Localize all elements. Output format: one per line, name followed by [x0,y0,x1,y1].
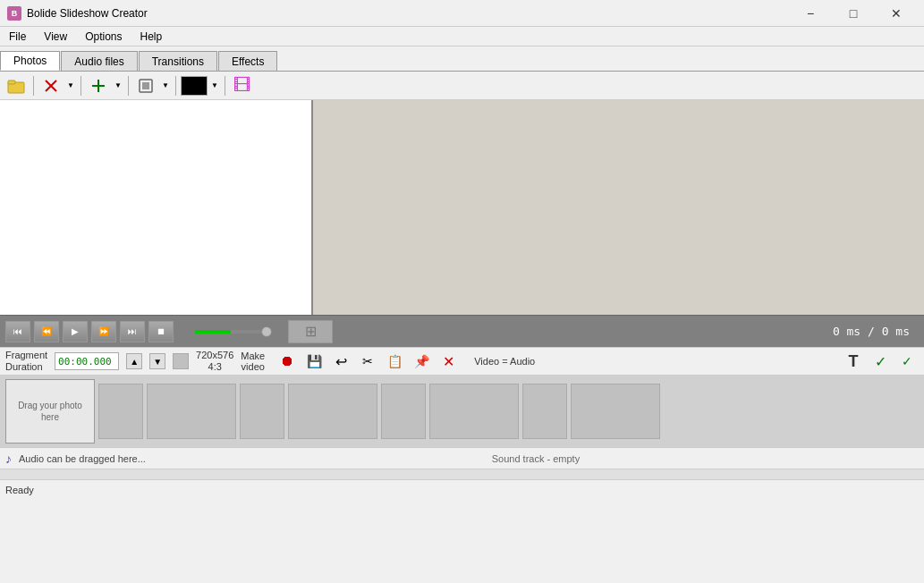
minimize-button[interactable]: − [790,0,831,27]
separator-1 [33,76,34,96]
record-button[interactable]: ⏺ [276,351,299,372]
status-text: Ready [5,485,34,495]
cut-button[interactable]: ✂ [356,351,379,372]
play-button[interactable]: ▶ [63,321,88,342]
tab-effects[interactable]: Effects [218,51,277,71]
rewind-start-button[interactable]: ⏮ [5,321,30,342]
film-slot-6 [429,384,519,439]
volume-slider[interactable] [195,330,267,334]
delete-dropdown[interactable]: ▼ [65,74,76,97]
menu-file[interactable]: File [0,27,35,46]
add-button[interactable] [86,74,111,97]
drag-photo-text: Drag your photo here [10,400,90,423]
toolbar: ▼ ▼ ▼ ▼ 🎞 [0,72,924,100]
time-current: 0 ms [833,325,860,338]
fragment-label: Fragment Duration [5,350,47,373]
photo-panel [0,100,313,315]
video-audio-label: Video = Audio [474,356,535,367]
volume-knob[interactable] [261,326,272,337]
delete-action-button[interactable]: ✕ [437,351,460,372]
group-dropdown[interactable]: ▼ [160,74,171,97]
forward-end-button[interactable]: ⏭ [120,321,145,342]
delete-button[interactable] [38,74,64,97]
separator-2 [81,76,81,96]
svg-rect-1 [8,80,15,84]
make-video-button[interactable]: Make video [241,351,265,372]
time-separator: / [868,325,882,338]
film-slot-3 [240,384,284,439]
time-input[interactable] [55,352,119,370]
color-picker[interactable] [181,76,208,96]
svg-rect-7 [142,82,149,89]
title-bar: B Bolide Slideshow Creator − □ ✕ [0,0,924,27]
film-slot-8 [571,384,660,439]
save-button[interactable]: 💾 [302,351,326,372]
time-btn-color[interactable] [173,353,189,369]
film-slot-1 [98,384,143,439]
filmstrip: Drag your photo here [0,376,924,447]
open-folder-button[interactable] [4,74,29,97]
window-controls: − □ ✕ [790,0,917,27]
tab-bar: Photos Audio files Transitions Effects [0,46,924,72]
audio-icon: ♪ [5,452,12,466]
stop-button[interactable]: ⏹ [148,321,174,342]
photo-drop-zone[interactable]: Drag your photo here [5,379,95,444]
app-icon: B [7,6,21,21]
film-button[interactable]: 🎞 [230,74,255,97]
audio-drag-text: Audio can be dragged here... [19,453,146,464]
add-dropdown[interactable]: ▼ [113,74,123,97]
app-title: Bolide Slideshow Creator [27,7,790,20]
volume-track [195,330,267,334]
preview-panel [313,100,924,315]
separator-4 [175,76,176,96]
resolution-text: 720x576 4:3 [196,350,233,373]
rewind-button[interactable]: ⏪ [34,321,59,342]
maximize-button[interactable]: □ [833,0,874,27]
copy-button[interactable]: 📋 [383,351,406,372]
text-tool-button[interactable]: T [842,351,865,372]
film-slot-5 [381,384,426,439]
color-dropdown[interactable]: ▼ [209,74,220,97]
time-btn-down[interactable]: ▼ [149,353,165,369]
separator-3 [128,76,129,96]
separator-5 [225,76,225,96]
controls-bar: Fragment Duration ▲ ▼ 720x576 4:3 Make v… [0,347,924,376]
menu-view[interactable]: View [35,27,76,46]
time-total: 0 ms [882,325,910,338]
film-slot-2 [147,384,236,439]
time-btn-up[interactable]: ▲ [126,353,142,369]
menu-options[interactable]: Options [76,27,131,46]
tab-audio-files[interactable]: Audio files [61,51,137,71]
paste-button[interactable]: 📌 [410,351,433,372]
close-button[interactable]: ✕ [876,0,917,27]
preview-thumbnail: ⊞ [288,320,333,343]
menu-bar: File View Options Help [0,27,924,46]
status-bar: Ready [0,479,924,499]
undo-button[interactable]: ↩ [329,351,352,372]
check-all-button[interactable]: ✓ [895,351,919,372]
forward-button[interactable]: ⏩ [91,321,116,342]
content-area [0,100,924,315]
check-button[interactable]: ✓ [869,351,892,372]
action-buttons: ⏺ 💾 ↩ ✂ 📋 📌 ✕ [276,351,460,372]
group-button[interactable] [133,74,158,97]
audio-track: ♪ Audio can be dragged here... Sound tra… [0,447,924,469]
transport-bar: ⏮ ⏪ ▶ ⏩ ⏭ ⏹ ⊞ 0 ms / 0 ms [0,315,924,347]
right-action-buttons: T ✓ ✓ [842,351,919,372]
audio-track-label: Sound track - empty [153,453,919,464]
time-display: 0 ms / 0 ms [833,325,919,338]
scroll-area[interactable] [0,469,924,479]
film-slot-7 [522,384,567,439]
tab-transitions[interactable]: Transitions [139,51,217,71]
tab-photos[interactable]: Photos [0,51,60,71]
menu-help[interactable]: Help [131,27,172,46]
film-slot-4 [288,384,377,439]
